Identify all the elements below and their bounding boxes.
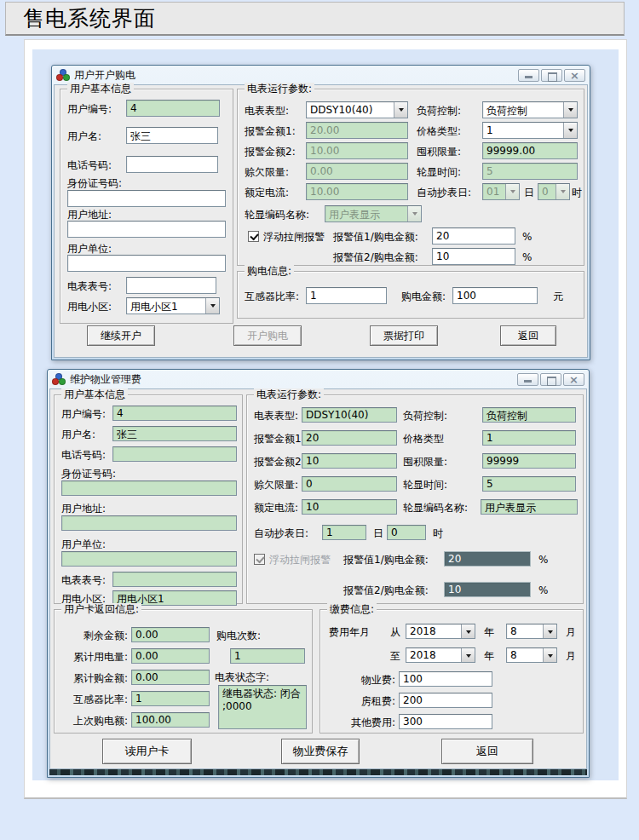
read-card-button[interactable]: 读用户卡: [102, 739, 192, 764]
year-from-combobox[interactable]: 2018: [406, 624, 475, 639]
hoard-limit-label: 囤积限量:: [403, 454, 447, 469]
price-type-field[interactable]: 1: [482, 430, 576, 446]
relay-status-box: 继电器状态: 闭合 ;0000: [218, 685, 307, 729]
balance-field[interactable]: 0.00: [131, 627, 210, 642]
chevron-down-icon[interactable]: [461, 624, 475, 638]
auto-read-hour-combobox[interactable]: 0: [538, 183, 570, 200]
hoard-limit-field[interactable]: 99999: [482, 453, 576, 469]
unit-field[interactable]: [67, 255, 226, 272]
cycle-code-field[interactable]: 用户表显示: [481, 499, 578, 515]
meter-no-field[interactable]: [112, 572, 237, 587]
meter-type-combobox[interactable]: DDSY10(40): [306, 101, 408, 118]
close-icon[interactable]: [563, 373, 584, 386]
cycle-time-field[interactable]: 5: [482, 476, 576, 492]
cycle-time-field[interactable]: 5: [482, 163, 578, 180]
property-fee-field[interactable]: 100: [399, 671, 492, 687]
id-card-field[interactable]: [61, 480, 237, 496]
rated-current-label: 额定电流:: [254, 500, 298, 515]
chevron-down-icon[interactable]: [205, 298, 219, 314]
group-title: 用户基本信息: [61, 388, 128, 400]
meter-no-field[interactable]: [126, 277, 216, 294]
window-user-open-purchase: 用户开户购电 用户基本信息 用户编号: 4 用户名: 张三 电话号码: 身份证号…: [51, 65, 590, 360]
auto-read-hour-field[interactable]: 0: [387, 525, 426, 540]
save-property-fee-button[interactable]: 物业费保存: [281, 739, 360, 764]
chevron-down-icon[interactable]: [543, 624, 556, 638]
alarm2-label: 报警金额2:: [245, 144, 296, 159]
continue-open-button[interactable]: 继续开户: [87, 325, 155, 346]
titlebar[interactable]: 维护物业管理费: [48, 370, 589, 388]
print-receipt-button[interactable]: 票据打印: [370, 325, 438, 346]
alarm-pct1-field[interactable]: 20: [444, 551, 531, 567]
chevron-down-icon[interactable]: [394, 102, 407, 118]
address-field[interactable]: [67, 221, 226, 238]
user-name-field[interactable]: 张三: [112, 426, 237, 441]
ct-ratio-field[interactable]: 1: [131, 691, 210, 706]
load-control-field[interactable]: 负荷控制: [482, 407, 576, 423]
auto-read-day-field[interactable]: 1: [322, 525, 366, 540]
chevron-down-icon[interactable]: [563, 123, 577, 138]
year-from-value: 2018: [406, 624, 461, 638]
rated-current-field[interactable]: 10: [302, 499, 397, 515]
maximize-icon[interactable]: [541, 69, 562, 82]
minimize-icon[interactable]: [517, 373, 538, 386]
load-control-label: 负荷控制:: [417, 103, 461, 118]
credit-limit-field[interactable]: 0.00: [306, 163, 408, 180]
last-purchase-field[interactable]: 100.00: [131, 712, 210, 728]
month-from-combobox[interactable]: 8: [506, 624, 557, 639]
address-field[interactable]: [61, 515, 237, 531]
load-control-combobox[interactable]: 负荷控制: [482, 101, 578, 118]
phone-field[interactable]: [126, 156, 218, 173]
unit-field[interactable]: [61, 551, 237, 567]
chevron-down-icon[interactable]: [563, 102, 577, 118]
user-name-label: 用户名:: [67, 129, 101, 144]
user-name-field[interactable]: 张三: [126, 127, 218, 144]
auto-read-day-combobox[interactable]: 01: [482, 183, 520, 200]
rent-fee-field[interactable]: 200: [399, 693, 492, 708]
titlebar[interactable]: 用户开户购电: [52, 66, 590, 84]
total-usage-field[interactable]: 0.00: [131, 648, 210, 664]
meter-type-value: DDSY10(40): [307, 102, 394, 118]
month-to-combobox[interactable]: 8: [506, 647, 557, 663]
property-fee-label: 物业费:: [324, 672, 395, 688]
maximize-icon[interactable]: [540, 373, 561, 386]
alarm1-field[interactable]: 20: [302, 430, 397, 446]
close-icon[interactable]: [564, 69, 585, 82]
user-no-label: 用户编号:: [61, 406, 106, 422]
id-card-field[interactable]: [67, 190, 226, 207]
meter-type-field[interactable]: DDSY10(40): [302, 407, 397, 423]
alarm-pct1-field[interactable]: 20: [432, 227, 515, 245]
purchase-count-field[interactable]: 1: [230, 648, 305, 664]
credit-limit-field[interactable]: 0: [302, 476, 397, 492]
year-to-combobox[interactable]: 2018: [406, 647, 475, 663]
rated-current-field[interactable]: 10.00: [306, 183, 408, 200]
alarm2-field[interactable]: 10.00: [306, 142, 408, 159]
minimize-icon[interactable]: [518, 69, 539, 82]
total-purchase-field[interactable]: 0.00: [131, 670, 210, 685]
hoard-limit-field[interactable]: 99999.00: [482, 142, 578, 159]
price-type-label: 价格类型:: [417, 124, 461, 139]
back-button[interactable]: 返回: [500, 325, 556, 346]
user-no-field[interactable]: 4: [126, 100, 220, 117]
float-alarm-checkbox[interactable]: [248, 231, 259, 242]
purchase-amount-field[interactable]: 100: [452, 287, 538, 304]
alarm-pct2-field[interactable]: 10: [432, 248, 515, 265]
page-header: 售电系统界面: [5, 2, 625, 36]
phone-field[interactable]: [112, 446, 237, 462]
district-combobox[interactable]: 用电小区1: [126, 297, 220, 314]
alarm-pct2-field[interactable]: 10: [444, 582, 531, 597]
chevron-down-icon[interactable]: [543, 648, 556, 662]
window-property-fee: 维护物业管理费 用户基本信息 用户编号: 4 用户名: 张三 电话号码: 身份证…: [47, 369, 590, 778]
alarm1-field[interactable]: 20.00: [306, 122, 408, 139]
cycle-code-combobox[interactable]: 用户表显示: [325, 205, 422, 222]
other-fee-field[interactable]: 300: [399, 714, 492, 729]
month-unit: 月: [566, 624, 576, 640]
district-label: 用电小区:: [67, 299, 112, 314]
chevron-down-icon[interactable]: [461, 648, 475, 662]
ct-ratio-field[interactable]: 1: [306, 287, 387, 304]
price-type-combobox[interactable]: 1: [482, 122, 578, 139]
back-button[interactable]: 返回: [441, 739, 533, 764]
alarm-pct2-label: 报警值2/购电金额:: [343, 583, 429, 598]
user-no-field[interactable]: 4: [112, 406, 237, 421]
alarm2-field[interactable]: 10: [302, 453, 397, 469]
open-purchase-button[interactable]: 开户购电: [233, 325, 302, 346]
